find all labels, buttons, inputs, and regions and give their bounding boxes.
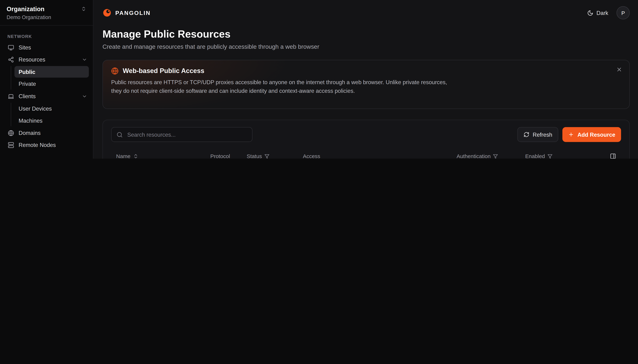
search-box <box>111 127 252 142</box>
theme-label: Dark <box>596 10 608 16</box>
resources-children: Public Private <box>11 66 89 90</box>
info-banner: Web-based Public Access Public resources… <box>102 60 630 109</box>
sidebar-item-label: Clients <box>19 93 36 100</box>
domains-icon <box>8 130 14 136</box>
columns-icon <box>610 153 616 158</box>
refresh-button[interactable]: Refresh <box>517 127 558 142</box>
clients-children: User Devices Machines <box>11 103 89 126</box>
column-header-protocol: Protocol <box>210 153 247 158</box>
close-icon <box>616 66 622 72</box>
search-icon <box>117 132 123 138</box>
sidebar-item-label: Sites <box>19 44 31 51</box>
sites-icon <box>8 44 14 51</box>
column-label: Authentication <box>457 153 491 158</box>
sidebar-item-remote-nodes[interactable]: Remote Nodes <box>0 139 93 151</box>
globe-icon <box>111 67 118 75</box>
theme-toggle[interactable]: Dark <box>587 10 608 16</box>
column-label: Protocol <box>210 153 230 158</box>
app-window: Organization Demo Organization NETWORK S… <box>0 0 638 158</box>
section-label-network: NETWORK <box>0 34 93 39</box>
column-header-name[interactable]: Name <box>111 153 210 158</box>
sidebar-item-public[interactable]: Public <box>15 66 89 78</box>
moon-icon <box>587 10 593 16</box>
filter-icon[interactable] <box>493 154 498 158</box>
sidebar-item-machines[interactable]: Machines <box>15 115 89 126</box>
page-subtitle: Create and manage resources that are pub… <box>102 43 630 50</box>
remote-nodes-icon <box>8 142 14 148</box>
chevron-down-icon <box>82 57 87 62</box>
sidebar-item-domains[interactable]: Domains <box>0 127 93 139</box>
sidebar-item-resources[interactable]: Resources <box>0 54 93 66</box>
topbar: PANGOLIN Dark P <box>102 0 630 26</box>
column-header-authentication[interactable]: Authentication <box>457 153 525 158</box>
column-label: Name <box>116 153 131 158</box>
brand: PANGOLIN <box>102 8 151 17</box>
brand-name: PANGOLIN <box>115 10 151 16</box>
banner-close-button[interactable] <box>615 66 623 74</box>
org-name: Demo Organization <box>7 14 86 20</box>
resources-card: Refresh Add Resource Name Protocol <box>102 120 630 158</box>
column-visibility-button[interactable] <box>592 153 621 158</box>
refresh-label: Refresh <box>533 132 552 138</box>
sort-icon[interactable] <box>133 154 138 158</box>
filter-icon[interactable] <box>547 154 552 158</box>
banner-title: Web-based Public Access <box>123 67 204 75</box>
resources-icon <box>8 56 14 62</box>
refresh-icon <box>524 132 529 138</box>
main-content: PANGOLIN Dark P Manage Public Resources … <box>93 0 638 158</box>
add-resource-button[interactable]: Add Resource <box>563 127 621 142</box>
sidebar-item-label: Remote Nodes <box>19 142 56 148</box>
banner-body: Public resources are HTTPS or TCP/UDP pr… <box>111 78 449 96</box>
sidebar-item-label: Domains <box>19 130 41 136</box>
column-header-status[interactable]: Status <box>247 153 303 158</box>
add-resource-label: Add Resource <box>577 132 615 138</box>
clients-icon <box>8 93 14 100</box>
chevron-down-icon <box>82 94 87 99</box>
sidebar: Organization Demo Organization NETWORK S… <box>0 0 93 158</box>
sidebar-item-sites[interactable]: Sites <box>0 42 93 54</box>
page-title: Manage Public Resources <box>102 28 630 40</box>
sidebar-item-private[interactable]: Private <box>15 78 89 90</box>
column-label: Status <box>247 153 262 158</box>
search-input[interactable] <box>126 131 247 138</box>
chevrons-up-down-icon <box>81 6 86 12</box>
plus-icon <box>568 132 574 138</box>
sidebar-item-label: Resources <box>19 56 45 62</box>
sidebar-item-clients[interactable]: Clients <box>0 90 93 102</box>
org-switcher-label: Organization <box>7 6 45 12</box>
org-switcher[interactable]: Organization Demo Organization <box>0 0 93 26</box>
column-label: Enabled <box>525 153 545 158</box>
table-header: Name Protocol Status Access Authenticati… <box>111 149 621 158</box>
column-label: Access <box>303 153 320 158</box>
user-avatar[interactable]: P <box>616 6 630 19</box>
column-header-access: Access <box>303 153 457 158</box>
pangolin-logo-icon <box>102 8 111 17</box>
sidebar-item-user-devices[interactable]: User Devices <box>15 103 89 114</box>
column-header-enabled[interactable]: Enabled <box>525 153 573 158</box>
resources-toolbar: Refresh Add Resource <box>111 127 621 142</box>
sidebar-nav: NETWORK Sites Resources Public Private C… <box>0 26 93 158</box>
filter-icon[interactable] <box>264 154 269 158</box>
